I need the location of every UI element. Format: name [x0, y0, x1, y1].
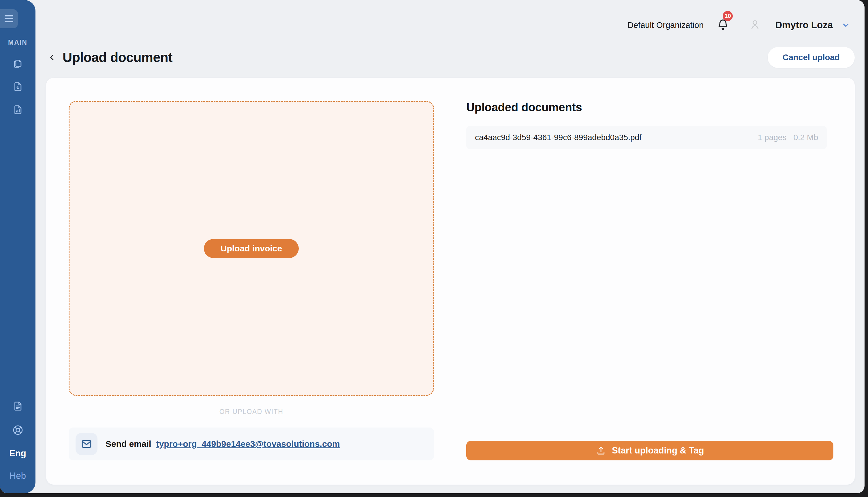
language-option-eng[interactable]: Eng	[9, 448, 26, 459]
send-email-label: Send email	[106, 439, 151, 449]
upload-dropzone[interactable]: Upload invoice	[69, 101, 434, 396]
start-uploading-button[interactable]: Start uploading & Tag	[466, 441, 834, 460]
mail-icon-box	[75, 433, 97, 455]
report-document-icon[interactable]	[12, 104, 24, 116]
sidebar: MAIN	[0, 0, 36, 493]
sidebar-nav	[12, 58, 24, 116]
topbar: Default Organization 10 Dmytro Loza	[36, 0, 865, 42]
uploaded-file-row[interactable]: ca4aac9d-3d59-4361-99c6-899adebd0a35.pdf…	[466, 126, 827, 149]
file-name: ca4aac9d-3d59-4361-99c6-899adebd0a35.pdf	[475, 133, 642, 142]
app-window: MAIN	[0, 0, 865, 493]
sidebar-footer: Eng Heb	[9, 400, 26, 493]
hamburger-icon	[5, 21, 13, 22]
avatar[interactable]	[749, 18, 761, 32]
person-icon	[749, 18, 761, 31]
start-uploading-label: Start uploading & Tag	[612, 445, 704, 456]
upload-icon	[596, 445, 606, 456]
chevron-down-icon[interactable]	[841, 20, 851, 30]
menu-toggle-button[interactable]	[0, 9, 18, 28]
file-pages: 1 pages	[758, 133, 787, 142]
support-lifebuoy-icon[interactable]	[12, 424, 24, 436]
hamburger-icon	[5, 18, 13, 19]
download-document-icon[interactable]	[12, 81, 24, 93]
upload-invoice-button[interactable]: Upload invoice	[204, 239, 299, 258]
page-header: Upload document Cancel upload	[36, 47, 865, 68]
notification-badge: 10	[723, 11, 733, 21]
documents-heading: Uploaded documents	[466, 101, 834, 114]
send-email-row: Send email typro+org_449b9e14ee3@tovasol…	[69, 427, 434, 460]
file-size: 0.2 Mb	[793, 133, 818, 142]
send-email-space	[153, 439, 155, 449]
invoice-document-icon[interactable]	[12, 400, 24, 412]
chevron-left-icon	[47, 52, 57, 62]
sidebar-section-label: MAIN	[8, 39, 27, 46]
back-button[interactable]	[47, 52, 57, 62]
upload-column: Upload invoice OR UPLOAD WITH Send email…	[69, 101, 434, 460]
upload-email-link[interactable]: typro+org_449b9e14ee3@tovasolutions.com	[156, 439, 340, 449]
main-area: Default Organization 10 Dmytro Loza	[36, 0, 865, 493]
page-title: Upload document	[62, 49, 172, 65]
content-card: Upload invoice OR UPLOAD WITH Send email…	[46, 78, 855, 485]
envelope-icon	[81, 439, 92, 449]
upload-divider-label: OR UPLOAD WITH	[69, 408, 434, 416]
hamburger-icon	[5, 15, 13, 16]
documents-icon[interactable]	[12, 58, 24, 70]
documents-column: Uploaded documents ca4aac9d-3d59-4361-99…	[466, 101, 834, 460]
organization-name[interactable]: Default Organization	[628, 20, 704, 30]
notifications-button[interactable]: 10	[717, 18, 729, 32]
cancel-upload-button[interactable]: Cancel upload	[768, 47, 855, 68]
user-menu[interactable]: Dmytro Loza	[775, 19, 833, 31]
language-option-heb[interactable]: Heb	[10, 471, 26, 481]
